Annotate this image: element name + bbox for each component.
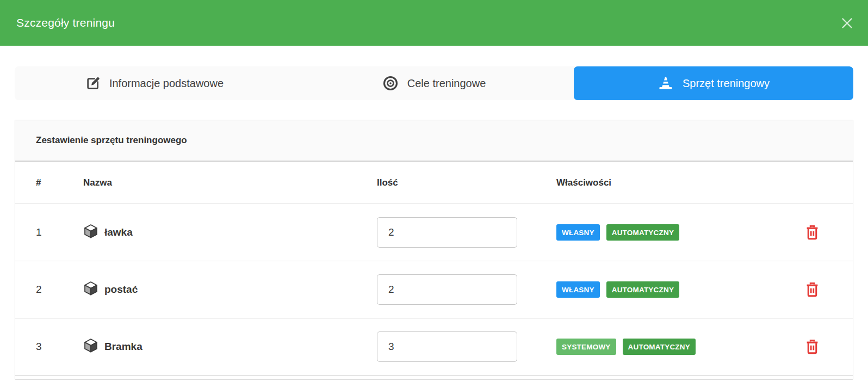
modal-body: Informacje podstawowe Cele treningowe bbox=[15, 66, 853, 380]
delete-button[interactable] bbox=[804, 281, 820, 298]
tab-label: Sprzęt treningowy bbox=[683, 77, 770, 90]
tab-bar: Informacje podstawowe Cele treningowe bbox=[15, 66, 853, 100]
row-index: 1 bbox=[15, 226, 69, 238]
column-header-name: Nazwa bbox=[69, 177, 362, 188]
tab-label: Informacje podstawowe bbox=[109, 77, 224, 90]
close-button[interactable] bbox=[841, 17, 853, 29]
equipment-name: Bramka bbox=[104, 341, 142, 353]
property-badge: AUTOMATYCZNY bbox=[606, 224, 679, 241]
target-icon bbox=[382, 75, 399, 91]
tab-sprzet-treningowy[interactable]: Sprzęt treningowy bbox=[574, 66, 853, 100]
cube-icon bbox=[83, 338, 98, 356]
equipment-name: postać bbox=[104, 284, 138, 296]
property-badge: SYSTEMOWY bbox=[556, 339, 616, 355]
table-row: 2 postać WŁASNY AUTOMATYCZNY bbox=[15, 261, 853, 318]
tab-label: Cele treningowe bbox=[407, 77, 486, 90]
column-header-quantity: Ilość bbox=[362, 177, 542, 188]
table-header-row: # Nazwa Ilość Właściwości bbox=[15, 162, 853, 204]
equipment-panel: Zestawienie sprzętu treningowego # Nazwa… bbox=[15, 120, 853, 380]
delete-button[interactable] bbox=[804, 224, 820, 241]
quantity-input[interactable] bbox=[377, 217, 517, 248]
row-index: 3 bbox=[15, 341, 69, 353]
property-badge: AUTOMATYCZNY bbox=[623, 339, 696, 355]
tab-cele-treningowe[interactable]: Cele treningowe bbox=[294, 66, 574, 100]
edit-square-icon bbox=[85, 76, 101, 91]
trash-icon bbox=[804, 339, 820, 355]
column-header-index: # bbox=[15, 177, 69, 188]
table-row: 3 Bramka SYSTEMOWY AUTOMATYCZNY bbox=[15, 318, 853, 376]
quantity-input[interactable] bbox=[377, 274, 517, 305]
equipment-name: ławka bbox=[104, 226, 133, 238]
cube-icon bbox=[83, 281, 98, 299]
property-badge: WŁASNY bbox=[556, 224, 600, 241]
trash-icon bbox=[804, 281, 820, 298]
page-title: Szczegóły treningu bbox=[16, 16, 115, 29]
row-index: 2 bbox=[15, 284, 69, 296]
panel-title: Zestawienie sprzętu treningowego bbox=[15, 120, 853, 162]
cube-icon bbox=[83, 224, 98, 242]
quantity-input[interactable] bbox=[377, 331, 517, 362]
delete-button[interactable] bbox=[804, 339, 820, 355]
close-icon bbox=[842, 18, 852, 28]
table-row: 1 ławka WŁASNY AUTOMATYCZNY bbox=[15, 204, 853, 261]
column-header-properties: Właściwości bbox=[542, 177, 754, 188]
property-badge: AUTOMATYCZNY bbox=[606, 281, 679, 298]
cone-icon bbox=[658, 75, 674, 91]
modal-header: Szczegóły treningu bbox=[0, 0, 868, 46]
property-badge: WŁASNY bbox=[556, 281, 600, 298]
tab-informacje-podstawowe[interactable]: Informacje podstawowe bbox=[15, 66, 294, 100]
trash-icon bbox=[804, 224, 820, 241]
